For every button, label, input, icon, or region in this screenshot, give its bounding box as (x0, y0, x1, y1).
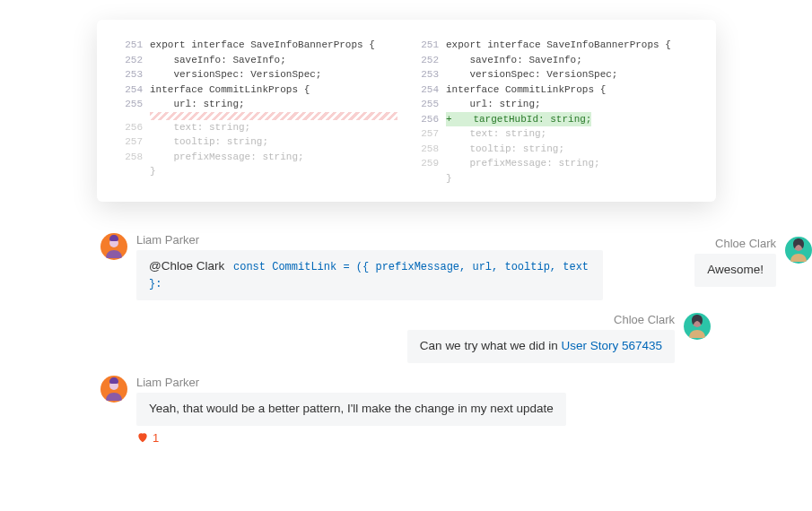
code-line: 251export interface SaveInfoBannerProps … (415, 38, 694, 53)
line-number: 252 (119, 53, 150, 68)
code-line: 256+ targetHubId: string; (415, 112, 694, 127)
avatar (684, 313, 711, 340)
line-number: 258 (119, 150, 150, 165)
line-number: 257 (119, 134, 150, 150)
code-text: } (446, 171, 452, 186)
diff-left-pane: 251export interface SaveInfoBannerProps … (119, 38, 406, 186)
code-line: 259 prefixMessage: string; (415, 156, 694, 171)
comment-text: Awesome! (707, 263, 764, 276)
comment-item: Chloe Clark Awesome! (471, 237, 812, 287)
comment-item: Chloe Clark Can we try what we did in Us… (100, 313, 711, 363)
code-text: prefixMessage: string; (150, 150, 304, 165)
code-line: 253 versionSpec: VersionSpec; (415, 67, 694, 82)
line-number (119, 164, 150, 179)
line-number: 254 (415, 82, 446, 98)
avatar (785, 237, 812, 264)
code-line: 258 prefixMessage: string; (119, 150, 397, 165)
code-line: 257 tooltip: string; (119, 134, 397, 150)
line-number: 255 (119, 97, 150, 112)
line-number (415, 171, 446, 186)
code-text: saveInfo: SaveInfo; (446, 53, 582, 68)
code-line: 254interface CommitLinkProps { (119, 82, 397, 98)
code-text: tooltip: string; (446, 142, 564, 157)
line-number: 254 (119, 82, 150, 98)
code-text: text: string; (446, 126, 546, 142)
code-text: interface CommitLinkProps { (150, 82, 310, 98)
line-number: 251 (119, 38, 150, 53)
code-text: tooltip: string; (150, 134, 268, 150)
code-text: saveInfo: SaveInfo; (150, 53, 286, 68)
code-text: versionSpec: VersionSpec; (446, 67, 617, 82)
code-line: 256 text: string; (119, 120, 397, 135)
comment-author: Liam Parker (136, 376, 566, 389)
line-number: 253 (119, 67, 150, 82)
code-line: 251export interface SaveInfoBannerProps … (119, 38, 397, 53)
code-line: 254interface CommitLinkProps { (415, 82, 694, 98)
avatar (100, 376, 127, 403)
code-text: export interface SaveInfoBannerProps { (446, 38, 671, 53)
diff-view: 251export interface SaveInfoBannerProps … (97, 20, 716, 202)
code-text: text: string; (150, 120, 250, 135)
comment-bubble: Can we try what we did in User Story 567… (407, 330, 675, 363)
code-text: url: string; (446, 97, 541, 112)
code-text: versionSpec: VersionSpec; (150, 67, 321, 82)
code-text: interface CommitLinkProps { (446, 82, 606, 98)
code-text: } (150, 164, 156, 179)
line-number: 256 (119, 120, 150, 135)
code-text: targetHubId: string; (456, 114, 592, 125)
comment-bubble: Yeah, that would be a better pattern, I'… (136, 393, 566, 426)
line-number: 259 (415, 156, 446, 171)
heart-icon (136, 431, 149, 444)
reaction-heart[interactable]: 1 (136, 431, 566, 445)
code-text: url: string; (150, 97, 245, 112)
code-line: 255 url: string; (415, 97, 694, 112)
comment-bubble: Awesome! (694, 254, 776, 287)
diff-gap-indicator (150, 112, 397, 120)
line-number: 253 (415, 67, 446, 82)
comment-author: Chloe Clark (614, 313, 675, 326)
line-number: 252 (415, 53, 446, 68)
comment-item: Liam Parker Yeah, that would be a better… (100, 376, 711, 445)
line-number: 255 (415, 97, 446, 112)
code-text: export interface SaveInfoBannerProps { (150, 38, 375, 53)
mention[interactable]: @Chloe Clark (149, 259, 224, 273)
line-number: 257 (415, 126, 446, 142)
code-text: prefixMessage: string; (446, 156, 600, 171)
avatar (100, 233, 127, 260)
code-line: 253 versionSpec: VersionSpec; (119, 67, 397, 82)
comment-author: Chloe Clark (715, 237, 776, 250)
line-number: 251 (415, 38, 446, 53)
code-line: 255 url: string; (119, 97, 397, 112)
code-line: 257 text: string; (415, 126, 694, 142)
workitem-link[interactable]: User Story 567435 (561, 339, 662, 352)
reaction-count: 1 (153, 431, 159, 445)
code-line: 258 tooltip: string; (415, 142, 694, 157)
comment-text: Can we try what we did in (420, 339, 562, 352)
code-line: 252 saveInfo: SaveInfo; (119, 53, 397, 68)
code-line: } (119, 164, 397, 179)
diff-right-pane: 251export interface SaveInfoBannerProps … (406, 38, 694, 186)
line-number: 256 (415, 112, 446, 127)
comment-text: Yeah, that would be a better pattern, I'… (149, 402, 554, 415)
line-number: 258 (415, 142, 446, 157)
code-line: 252 saveInfo: SaveInfo; (415, 53, 694, 68)
